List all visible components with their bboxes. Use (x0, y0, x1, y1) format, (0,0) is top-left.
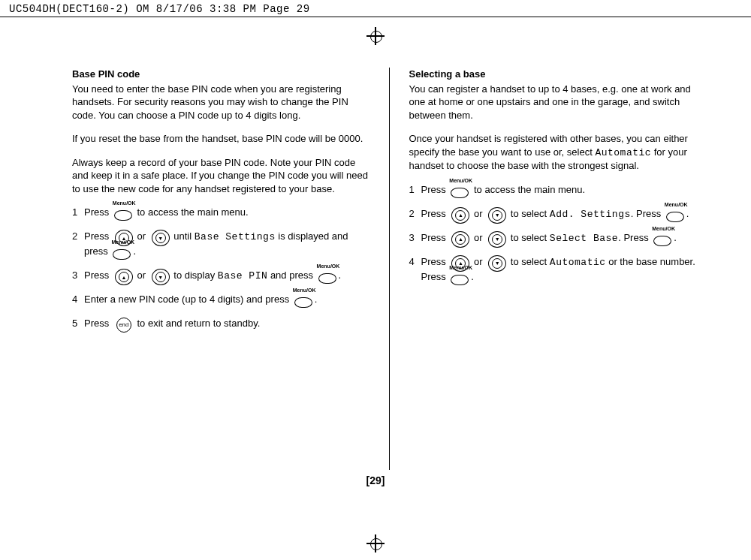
text: to access the main menu. (137, 207, 248, 218)
section-title: Selecting a base (409, 68, 707, 81)
paragraph: Always keep a record of your base PIN co… (72, 156, 369, 196)
list-item: 5 Press end to exit and return to standb… (72, 317, 369, 332)
down-button-icon: ▼ (486, 255, 507, 270)
list-item: 3 Press ▲ or ▼ to display Base PIN and p… (72, 269, 369, 284)
text: Press (421, 232, 446, 243)
step-number: 1 (72, 206, 84, 221)
up-button-icon: ▲ (449, 231, 470, 246)
menu-option: Select Base (550, 233, 618, 244)
menu-ok-button-icon: Menu/OK (317, 269, 338, 284)
text: to select (511, 256, 547, 267)
text: or (474, 232, 483, 243)
down-button-icon: ▼ (149, 230, 170, 245)
step-number: 3 (409, 231, 421, 246)
up-button-icon: ▲ (113, 269, 134, 284)
list-item: 1 Press Menu/OK to access the main menu. (72, 206, 369, 221)
text: and press (270, 270, 313, 282)
paragraph: Once your handset is registered with oth… (409, 132, 707, 173)
text: Press (421, 184, 446, 195)
text: Press (421, 208, 446, 219)
step-number: 2 (409, 207, 421, 222)
text: Press (636, 208, 661, 219)
menu-ok-button-icon: Menu/OK (293, 293, 314, 308)
list-item: 3 Press ▲ or ▼ to select Select Base. Pr… (409, 231, 707, 246)
step-number: 4 (72, 293, 84, 308)
print-header: UC504DH(DECT160-2) OM 8/17/06 3:38 PM Pa… (0, 0, 751, 17)
step-number: 5 (72, 317, 84, 332)
menu-ok-button-icon: Menu/OK (652, 231, 673, 246)
step-number: 4 (409, 255, 421, 285)
down-button-icon: ▼ (149, 269, 170, 284)
text: Press (84, 207, 109, 218)
list-item: 4 Enter a new PIN code (up to 4 digits) … (72, 293, 369, 308)
menu-option: Add. Settings (550, 209, 631, 220)
menu-option: Base PIN (218, 271, 267, 282)
text: to select (511, 208, 547, 219)
paragraph: If you reset the base from the handset, … (72, 132, 369, 146)
text: to exit and return to standby. (137, 318, 260, 330)
text: to display (173, 270, 215, 282)
menu-ok-button-icon: Menu/OK (665, 207, 686, 222)
text: or (137, 231, 146, 242)
end-button-icon: end (113, 317, 134, 332)
text: to access the main menu. (474, 184, 585, 195)
list-item: 1 Press Menu/OK to access the main menu. (409, 183, 707, 198)
menu-ok-button-icon: Menu/OK (111, 245, 132, 260)
menu-option: Automatic (550, 257, 606, 268)
menu-ok-button-icon: Menu/OK (449, 270, 470, 285)
step-number: 1 (409, 183, 421, 198)
text: Enter a new PIN code (up to 4 digits) an… (84, 294, 289, 306)
text: or (474, 208, 483, 219)
list-item: 2 Press ▲ or ▼ until Base Settings is di… (72, 230, 369, 260)
text: Press (421, 256, 446, 267)
up-button-icon: ▲ (449, 207, 470, 222)
page-number: [29] (366, 474, 385, 486)
list-item: 2 Press ▲ or ▼ to select Add. Settings. … (409, 207, 707, 222)
menu-ok-button-icon: Menu/OK (449, 183, 470, 198)
text: until (173, 231, 192, 242)
section-title: Base PIN code (72, 68, 369, 81)
step-number: 2 (72, 230, 84, 260)
paragraph: You need to enter the base PIN code when… (72, 83, 369, 122)
text: Press (84, 318, 109, 330)
menu-option: Base Settings (195, 232, 276, 243)
right-column: Selecting a base You can register a hand… (390, 68, 707, 470)
down-button-icon: ▼ (486, 231, 507, 246)
text: Press (84, 231, 109, 242)
down-button-icon: ▼ (486, 207, 507, 222)
text: or (137, 270, 146, 282)
text: Press (623, 232, 648, 243)
page-columns: Base PIN code You need to enter the base… (72, 68, 706, 470)
paragraph: You can register a handset to up to 4 ba… (409, 83, 707, 122)
list-item: 4 Press ▲ or ▼ to select Automatic or th… (409, 255, 707, 285)
crop-mark-bottom (366, 534, 385, 552)
text: to select (511, 232, 547, 243)
menu-ok-button-icon: Menu/OK (113, 206, 134, 221)
crop-mark-top (366, 27, 385, 45)
menu-option: Automatic (595, 147, 651, 158)
text: Press (84, 270, 109, 282)
step-number: 3 (72, 269, 84, 284)
text: or (474, 256, 483, 267)
left-column: Base PIN code You need to enter the base… (72, 68, 390, 470)
